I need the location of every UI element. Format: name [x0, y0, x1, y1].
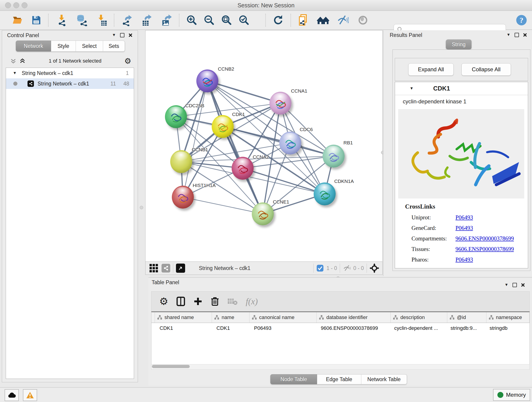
maximize-panel-icon[interactable] — [120, 33, 124, 37]
expand-all-button[interactable]: Expand All — [408, 63, 454, 76]
node-CDC25B[interactable] — [165, 105, 187, 128]
save-session-icon[interactable] — [30, 13, 43, 27]
node-CCNB2[interactable] — [196, 70, 218, 92]
node-CCNA2[interactable] — [232, 157, 254, 180]
tab-select[interactable]: Select — [76, 41, 103, 51]
gear-icon[interactable]: ⚙ — [124, 57, 131, 64]
warnings-button[interactable] — [23, 389, 37, 401]
column-header-name[interactable]: name — [212, 312, 249, 323]
open-session-icon[interactable] — [11, 13, 24, 27]
expand-all-icon[interactable] — [19, 57, 26, 64]
export-image-icon[interactable] — [160, 13, 173, 27]
selected-checkbox-icon[interactable] — [317, 264, 324, 272]
fit-content-crosshair-icon[interactable] — [370, 263, 379, 273]
show-columns-icon[interactable] — [176, 297, 186, 306]
float-panel-icon[interactable]: ▼ — [112, 33, 116, 37]
scrollbar-thumb[interactable] — [152, 365, 190, 368]
cell-namespace[interactable]: stringdb — [486, 323, 530, 333]
tab-style[interactable]: Style — [51, 41, 76, 51]
close-panel-icon[interactable] — [523, 33, 527, 37]
import-network-icon[interactable] — [56, 13, 69, 27]
home-networks-icon[interactable] — [317, 13, 329, 27]
entry-expander-icon[interactable]: ▼ — [410, 86, 413, 91]
network-view-canvas[interactable]: CCNB2CCNA1CDC25BCDK1CDC6RB1CCNB1CCNA2CDK… — [145, 30, 383, 262]
import-network-from-database-icon[interactable] — [75, 13, 88, 27]
protein-ribbon-thumb — [255, 207, 270, 222]
crosslink-link[interactable]: P06493 — [456, 256, 473, 263]
crosslink-link[interactable]: 9606.ENSP00000378699 — [456, 235, 514, 242]
zoom-out-icon[interactable] — [203, 13, 215, 27]
tree-expander-icon[interactable]: ▼ — [13, 71, 17, 75]
memory-button[interactable]: Memory — [493, 389, 530, 401]
crosslink-link[interactable]: P06493 — [456, 214, 473, 221]
crosslink-link[interactable]: 9606.ENSP00000378699 — [456, 246, 514, 252]
detach-view-icon[interactable] — [176, 264, 185, 273]
duplicate-network-icon[interactable] — [297, 13, 310, 27]
network-overview-icon[interactable] — [162, 264, 170, 273]
edge-HIST1H1A-CCNE1[interactable] — [183, 197, 263, 214]
cell-database-identifier[interactable]: 9606.ENSP00000378699 — [317, 323, 391, 333]
node-CDKN1A[interactable] — [314, 182, 336, 205]
edge-CCNA2-CDKN1A[interactable] — [243, 168, 325, 194]
entry-header[interactable]: ▼ CDK1 — [395, 82, 528, 95]
show-panel-icon[interactable] — [356, 13, 369, 27]
maximize-panel-icon[interactable] — [515, 33, 519, 37]
edge-CCNB2-HIST1H1A[interactable] — [183, 81, 207, 197]
tab-network-table[interactable]: Network Table — [361, 374, 407, 384]
cell-description[interactable]: cyclin-dependent ... — [391, 323, 447, 333]
column-header-description[interactable]: description — [391, 312, 447, 323]
column-header-@id[interactable]: @id — [447, 312, 486, 323]
refresh-icon[interactable] — [272, 13, 285, 27]
node-RB1[interactable] — [323, 145, 345, 167]
cell-@id[interactable]: stringdb:9... — [447, 323, 486, 333]
results-tab-string[interactable]: String — [446, 39, 472, 50]
create-column-icon[interactable] — [193, 297, 203, 306]
tab-node-table[interactable]: Node Table — [270, 374, 317, 384]
zoom-in-icon[interactable] — [185, 13, 198, 27]
cell-name[interactable]: CDK1 — [213, 323, 251, 333]
column-header-database-identifier[interactable]: database identifier — [317, 312, 391, 323]
delete-column-icon[interactable] — [210, 297, 220, 306]
node-HIST1H1A[interactable] — [172, 186, 194, 209]
node-CCNB1[interactable] — [170, 150, 192, 173]
close-panel-icon[interactable] — [128, 33, 133, 37]
collapse-all-button[interactable]: Collapse All — [462, 63, 511, 76]
import-table-icon[interactable] — [95, 13, 108, 27]
tab-sets[interactable]: Sets — [103, 41, 125, 51]
hide-panels-icon[interactable] — [336, 13, 349, 27]
control-panel-tabs: NetworkStyleSelectSets — [16, 41, 125, 51]
horizontal-scrollbar[interactable] — [151, 364, 530, 370]
close-panel-icon[interactable] — [521, 283, 525, 287]
network-collection-row[interactable]: ▼ String Network – cdk1 1 — [6, 68, 134, 78]
birdseye-view-icon[interactable] — [149, 264, 158, 273]
edge-CCNB2-CCNA1[interactable] — [207, 81, 280, 103]
float-panel-icon[interactable]: ▼ — [507, 32, 510, 37]
network-row-selected[interactable]: String Network – cdk1 11 48 — [6, 78, 134, 89]
help-icon[interactable]: ? — [515, 13, 528, 27]
column-header-shared-name[interactable]: shared name — [155, 312, 212, 323]
float-panel-icon[interactable]: ▼ — [505, 283, 508, 287]
maximize-panel-icon[interactable] — [513, 283, 517, 287]
crosslinks-list: Uniprot:P06493GeneCard:P06493Compartment… — [412, 212, 521, 265]
tab-edge-table[interactable]: Edge Table — [317, 374, 361, 384]
collapse-all-icon[interactable] — [10, 57, 17, 64]
export-table-icon[interactable] — [141, 13, 153, 27]
node-CCNE1[interactable] — [252, 202, 274, 225]
node-CDK1[interactable] — [212, 115, 234, 138]
splitter-handle[interactable] — [140, 206, 143, 209]
tab-network[interactable]: Network — [16, 41, 51, 51]
crosslink-link[interactable]: P06493 — [456, 225, 473, 231]
protein-ribbon-thumb — [168, 110, 184, 125]
node-CDC6[interactable] — [279, 132, 301, 154]
node-CCNA1[interactable] — [269, 92, 291, 115]
cloud-tasks-button[interactable] — [5, 389, 19, 401]
zoom-fit-icon[interactable] — [220, 13, 233, 27]
cell-shared-name[interactable]: CDK1 — [157, 323, 213, 333]
export-network-icon[interactable] — [121, 13, 134, 27]
column-header-canonical-name[interactable]: canonical name — [249, 312, 317, 323]
zoom-selected-icon[interactable] — [237, 13, 250, 27]
table-gear-icon[interactable]: ⚙ — [159, 297, 168, 306]
column-header-namespace[interactable]: namespace — [486, 312, 530, 323]
table-data-row[interactable]: CDK1CDK1P064939606.ENSP00000378699cyclin… — [152, 323, 530, 333]
cell-canonical-name[interactable]: P06493 — [251, 323, 317, 333]
